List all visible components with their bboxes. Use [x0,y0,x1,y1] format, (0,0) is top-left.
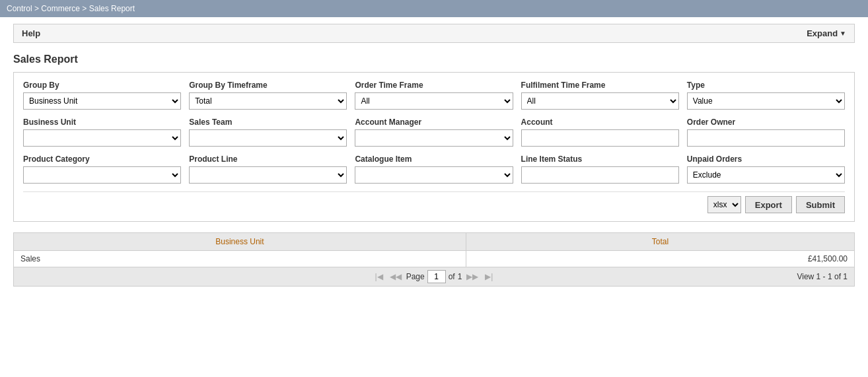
product-category-select[interactable] [23,166,181,184]
next-page-button[interactable]: ▶▶ [464,271,480,282]
group-by-timeframe-label: Group By Timeframe [189,81,347,90]
submit-button[interactable]: Submit [796,196,845,213]
sales-team-select[interactable] [189,129,347,147]
order-time-frame-label: Order Time Frame [355,81,513,90]
order-time-frame-col: Order Time Frame All Today This Week Thi… [355,81,513,110]
type-select[interactable]: Value Quantity [687,92,845,110]
last-page-button[interactable]: ▶| [483,271,495,282]
unpaid-orders-select[interactable]: Exclude Include [687,166,845,184]
help-label: Help [22,28,40,38]
page-title: Sales Report [13,53,855,65]
of-label: of [449,272,455,281]
page-input[interactable] [427,270,446,283]
expand-button[interactable]: Expand [807,28,846,38]
filter-row-3: Product Category Product Line Catalogue … [23,154,845,184]
group-by-label: Group By [23,81,181,90]
breadcrumb: Control > Commerce > Sales Report [0,0,868,17]
business-unit-select[interactable] [23,129,181,147]
filter-row-1: Group By Business Unit Sales Team Accoun… [23,81,845,110]
results-table: Business Unit Total Sales £41,500.00 [13,232,855,267]
order-owner-input[interactable] [687,129,845,147]
filter-panel: Group By Business Unit Sales Team Accoun… [13,72,855,222]
catalogue-item-col: Catalogue Item [355,154,513,184]
view-info: View 1 - 1 of 1 [797,272,848,281]
page-total: 1 [458,272,462,281]
help-bar: Help Expand [13,24,855,43]
business-unit-label: Business Unit [23,118,181,127]
order-owner-label: Order Owner [687,118,845,127]
fulfilment-time-frame-select[interactable]: All Today This Week This Month [521,92,679,110]
filter-row-2: Business Unit Sales Team Account Manager… [23,118,845,147]
account-manager-label: Account Manager [355,118,513,127]
account-manager-col: Account Manager [355,118,513,147]
catalogue-item-label: Catalogue Item [355,154,513,164]
sales-team-col: Sales Team [189,118,347,147]
product-line-label: Product Line [189,154,347,164]
cell-total: £41,500.00 [466,251,854,267]
fulfilment-time-frame-col: Fulfilment Time Frame All Today This Wee… [521,81,679,110]
pagination-bar: |◀ ◀◀ Page of 1 ▶▶ ▶| View 1 - 1 of 1 [13,267,855,287]
format-select[interactable]: xlsx csv pdf [707,196,741,213]
sales-team-label: Sales Team [189,118,347,127]
account-input[interactable] [521,129,679,147]
first-page-button[interactable]: |◀ [373,271,385,282]
unpaid-orders-col: Unpaid Orders Exclude Include [687,154,845,184]
group-by-col: Group By Business Unit Sales Team Accoun… [23,81,181,110]
order-owner-col: Order Owner [687,118,845,147]
product-category-col: Product Category [23,154,181,184]
line-item-status-input[interactable] [521,166,679,184]
col-header-business-unit: Business Unit [14,233,466,251]
product-line-select[interactable] [189,166,347,184]
group-by-select[interactable]: Business Unit Sales Team Account Manager… [23,92,181,110]
business-unit-col: Business Unit [23,118,181,147]
product-category-label: Product Category [23,154,181,164]
order-time-frame-select[interactable]: All Today This Week This Month [355,92,513,110]
account-label: Account [521,118,679,127]
col-header-total: Total [466,233,854,251]
actions-row: xlsx csv pdf Export Submit [23,191,845,213]
catalogue-item-select[interactable] [355,166,513,184]
fulfilment-time-frame-label: Fulfilment Time Frame [521,81,679,90]
line-item-status-label: Line Item Status [521,154,679,164]
unpaid-orders-label: Unpaid Orders [687,154,845,164]
group-by-timeframe-col: Group By Timeframe Total Month Quarter Y… [189,81,347,110]
group-by-timeframe-select[interactable]: Total Month Quarter Year [189,92,347,110]
page-label: Page [406,272,425,281]
prev-page-button[interactable]: ◀◀ [388,271,404,282]
account-col: Account [521,118,679,147]
table-row: Sales £41,500.00 [14,251,855,267]
export-button[interactable]: Export [745,196,792,213]
pagination-controls: |◀ ◀◀ Page of 1 ▶▶ ▶| [296,270,571,283]
account-manager-select[interactable] [355,129,513,147]
product-line-col: Product Line [189,154,347,184]
line-item-status-col: Line Item Status [521,154,679,184]
type-col: Type Value Quantity [687,81,845,110]
type-label: Type [687,81,845,90]
cell-business-unit: Sales [14,251,466,267]
